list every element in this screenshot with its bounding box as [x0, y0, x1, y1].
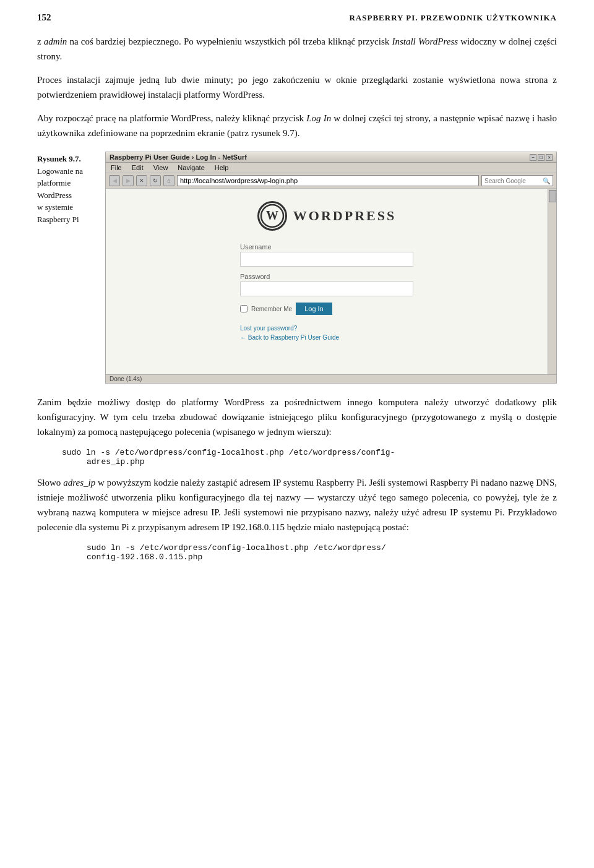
- page-number: 152: [37, 12, 51, 23]
- menu-file[interactable]: File: [110, 163, 123, 172]
- wp-login-form: Username Password Remember Me Log In: [240, 243, 413, 341]
- browser-page: W WORDPRESS Username Password: [106, 189, 548, 374]
- maximize-button[interactable]: □: [538, 154, 544, 161]
- italic-adres-ip: adres_ip: [63, 478, 95, 488]
- address-bar[interactable]: [177, 175, 479, 186]
- browser-window: Raspberry Pi User Guide › Log In - NetSu…: [105, 152, 557, 384]
- menu-help[interactable]: Help: [213, 163, 230, 172]
- code-block-2: sudo ln -s /etc/wordpress/config-localho…: [87, 543, 557, 562]
- login-button[interactable]: Log In: [296, 303, 332, 315]
- password-field-group: Password: [240, 273, 413, 296]
- remember-me-row: Remember Me Log In: [240, 303, 413, 315]
- browser-scrollbar[interactable]: [548, 189, 556, 374]
- back-to-guide-anchor[interactable]: ← Back to Raspberry Pi User Guide: [240, 334, 339, 341]
- wp-brand-name: WORDPRESS: [293, 208, 396, 224]
- menu-view[interactable]: View: [152, 163, 170, 172]
- svg-text:W: W: [266, 208, 278, 222]
- status-text: Done (1.4s): [110, 376, 142, 382]
- browser-toolbar: ◀ ▶ ✕ ↻ ⌂ 🔍: [106, 173, 556, 189]
- italic-admin: admin: [44, 37, 67, 46]
- paragraph-1: z admin na coś bardziej bezpiecznego. Po…: [37, 34, 557, 64]
- wp-logo-area: W WORDPRESS: [257, 201, 396, 231]
- menu-edit[interactable]: Edit: [131, 163, 145, 172]
- username-input[interactable]: [240, 252, 413, 267]
- window-controls[interactable]: − □ ×: [530, 154, 553, 161]
- back-to-guide-link[interactable]: ← Back to Raspberry Pi User Guide: [240, 334, 413, 341]
- home-button[interactable]: ⌂: [163, 175, 174, 186]
- search-box: 🔍: [481, 175, 553, 186]
- browser-menubar: File Edit View Navigate Help: [106, 163, 556, 173]
- caption-line5: Raspberry Pi: [37, 215, 79, 224]
- paragraph-5: Słowo adres_ip w powyższym kodzie należy…: [37, 475, 557, 535]
- paragraph-2: Proces instalacji zajmuje jedną lub dwie…: [37, 72, 557, 102]
- remember-me-checkbox[interactable]: [240, 305, 248, 312]
- lost-password-link[interactable]: Lost your password?: [240, 325, 413, 332]
- code-block-1: sudo ln -s /etc/wordpress/config-localho…: [62, 448, 557, 466]
- back-button[interactable]: ◀: [109, 175, 120, 186]
- code2-line2: config-192.168.0.115.php: [87, 552, 202, 562]
- username-label: Username: [240, 243, 413, 251]
- search-icon[interactable]: 🔍: [543, 178, 550, 184]
- italic-log-in: Log In: [306, 113, 331, 123]
- code1-line1: sudo ln -s /etc/wordpress/config-localho…: [62, 448, 395, 457]
- search-input[interactable]: [484, 178, 540, 184]
- minimize-button[interactable]: −: [530, 154, 536, 161]
- figure-row: Rysunek 9.7. Logowanie na platformie Wor…: [37, 152, 557, 384]
- wp-extra-links: Lost your password? ← Back to Raspberry …: [240, 325, 413, 341]
- caption-line4: w systemie: [37, 202, 73, 212]
- forward-button[interactable]: ▶: [123, 175, 134, 186]
- stop-button[interactable]: ✕: [136, 175, 147, 186]
- caption-line1: Logowanie na: [37, 166, 83, 176]
- page-title: RASPBERRY PI. PRZEWODNIK UŻYTKOWNIKA: [349, 13, 557, 23]
- menu-navigate[interactable]: Navigate: [176, 163, 205, 172]
- paragraph-3: Aby rozpocząć pracę na platformie WordPr…: [37, 111, 557, 140]
- browser-titlebar: Raspberry Pi User Guide › Log In - NetSu…: [106, 152, 556, 163]
- wp-logo-circle: W: [257, 201, 287, 231]
- reload-button[interactable]: ↻: [150, 175, 161, 186]
- caption-line3: WordPress: [37, 191, 72, 200]
- figure-caption: Rysunek 9.7. Logowanie na platformie Wor…: [37, 152, 105, 225]
- page-header: 152 RASPBERRY PI. PRZEWODNIK UŻYTKOWNIKA: [37, 12, 557, 23]
- password-input[interactable]: [240, 281, 413, 296]
- lost-password-anchor[interactable]: Lost your password?: [240, 325, 297, 332]
- password-label: Password: [240, 273, 413, 280]
- remember-me-label: Remember Me: [251, 306, 292, 312]
- code1-line2: adres_ip.php: [87, 457, 145, 466]
- browser-content: W WORDPRESS Username Password: [106, 189, 556, 374]
- paragraph-4: Zanim będzie możliwy dostęp do platformy…: [37, 395, 557, 439]
- italic-install-wp: Install WordPress: [392, 37, 458, 46]
- browser-statusbar: Done (1.4s): [106, 374, 556, 383]
- wordpress-logo-svg: W: [260, 204, 285, 228]
- caption-line2: platformie: [37, 178, 71, 187]
- main-content: z admin na coś bardziej bezpiecznego. Po…: [37, 34, 557, 562]
- browser-title-text: Raspberry Pi User Guide › Log In - NetSu…: [110, 153, 247, 161]
- scroll-thumb[interactable]: [549, 190, 556, 202]
- close-button[interactable]: ×: [546, 154, 553, 161]
- code2-line1: sudo ln -s /etc/wordpress/config-localho…: [87, 543, 386, 552]
- username-field-group: Username: [240, 243, 413, 267]
- figure-label: Rysunek 9.7.: [37, 153, 99, 165]
